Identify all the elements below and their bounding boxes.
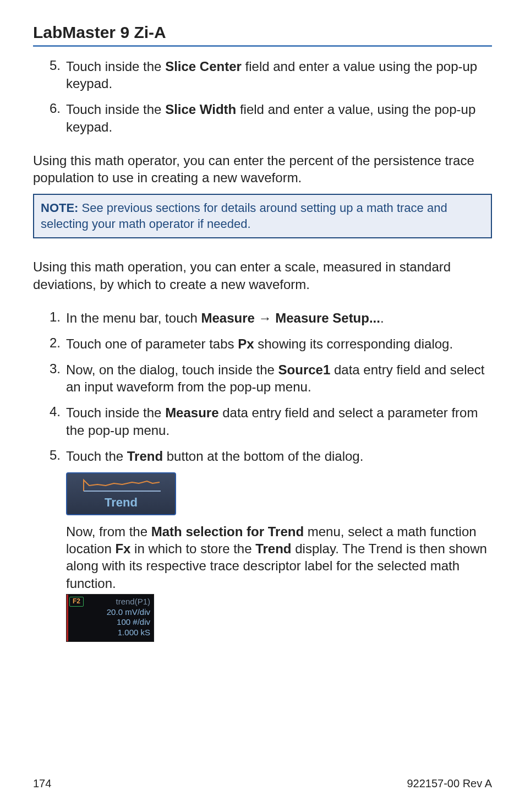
bold-text: Fx	[115, 541, 130, 556]
trend-button-label: Trend	[67, 497, 175, 512]
note-label: NOTE:	[41, 201, 78, 215]
text: In the menu bar, touch	[66, 310, 201, 325]
bold-text: Slice Center	[165, 59, 242, 74]
list-number: 6.	[33, 101, 66, 135]
text: showing its corresponding dialog.	[254, 336, 453, 351]
page-title: LabMaster 9 Zi-A	[33, 23, 492, 42]
trend-sparkline-icon	[67, 473, 175, 498]
note-text: See previous sections for details around…	[41, 201, 447, 231]
bold-text: Trend	[255, 541, 291, 556]
descriptor-line: 100 #/div	[70, 617, 150, 628]
note-box: NOTE: See previous sections for details …	[33, 194, 492, 238]
trend-button-image: Trend	[66, 472, 176, 515]
text: Now, on the dialog, touch inside the	[66, 362, 278, 377]
list-number: 3.	[33, 361, 66, 395]
bold-text: Math selection for Trend	[151, 524, 304, 539]
descriptor-accent	[67, 595, 68, 641]
list-number: 5.	[33, 58, 66, 92]
bold-text: Measure → Measure Setup...	[201, 310, 380, 325]
descriptor-badge: F2	[69, 597, 84, 607]
list-item: 3. Now, on the dialog, touch inside the …	[33, 361, 492, 395]
list-text: Touch one of parameter tabs Px showing i…	[66, 335, 492, 352]
list-text: In the menu bar, touch Measure → Measure…	[66, 309, 492, 326]
text: Now, from the	[66, 524, 151, 539]
paragraph: Using this math operator, you can enter …	[33, 152, 492, 186]
text: .	[380, 310, 384, 325]
list-number: 4.	[33, 404, 66, 438]
step-list-1: 5. Touch inside the Slice Center field a…	[33, 58, 492, 135]
bold-text: Source1	[278, 362, 331, 377]
text: Touch the	[66, 449, 127, 464]
list-item: 5. Touch the Trend button at the bottom …	[33, 448, 492, 642]
list-text: Now, on the dialog, touch inside the Sou…	[66, 361, 492, 395]
descriptor-line: 1.000 kS	[70, 628, 150, 638]
text: button at the bottom of the dialog.	[163, 449, 363, 464]
document-page: LabMaster 9 Zi-A 5. Touch inside the Sli…	[0, 0, 525, 812]
list-item: 2. Touch one of parameter tabs Px showin…	[33, 335, 492, 352]
text: Touch one of parameter tabs	[66, 336, 238, 351]
text: Touch inside the	[66, 102, 165, 117]
page-footer: 174 922157-00 Rev A	[33, 777, 492, 790]
list-item: 5. Touch inside the Slice Center field a…	[33, 58, 492, 92]
list-number: 1.	[33, 309, 66, 326]
bold-text: Measure	[165, 405, 218, 420]
list-item: 4. Touch inside the Measure data entry f…	[33, 404, 492, 438]
list-text: Touch inside the Measure data entry fiel…	[66, 404, 492, 438]
list-text: Touch inside the Slice Width field and e…	[66, 101, 492, 135]
list-text: Touch the Trend button at the bottom of …	[66, 448, 492, 642]
list-item: 6. Touch inside the Slice Width field an…	[33, 101, 492, 135]
paragraph: Now, from the Math selection for Trend m…	[66, 523, 492, 592]
text: Touch inside the	[66, 405, 165, 420]
trace-descriptor-image: F2 trend(P1) 20.0 mV/div 100 #/div 1.000…	[66, 594, 154, 642]
step-list-2: 1. In the menu bar, touch Measure → Meas…	[33, 309, 492, 642]
divider	[33, 45, 492, 47]
paragraph: Using this math operation, you can enter…	[33, 258, 492, 292]
list-item: 1. In the menu bar, touch Measure → Meas…	[33, 309, 492, 326]
bold-text: Trend	[127, 449, 163, 464]
text: Touch inside the	[66, 59, 165, 74]
descriptor-line: 20.0 mV/div	[70, 607, 150, 618]
text: in which to store the	[130, 541, 255, 556]
list-number: 2.	[33, 335, 66, 352]
list-number: 5.	[33, 448, 66, 642]
list-text: Touch inside the Slice Center field and …	[66, 58, 492, 92]
bold-text: Px	[238, 336, 254, 351]
document-id: 922157-00 Rev A	[407, 777, 492, 790]
page-number: 174	[33, 777, 51, 790]
bold-text: Slice Width	[165, 102, 236, 117]
